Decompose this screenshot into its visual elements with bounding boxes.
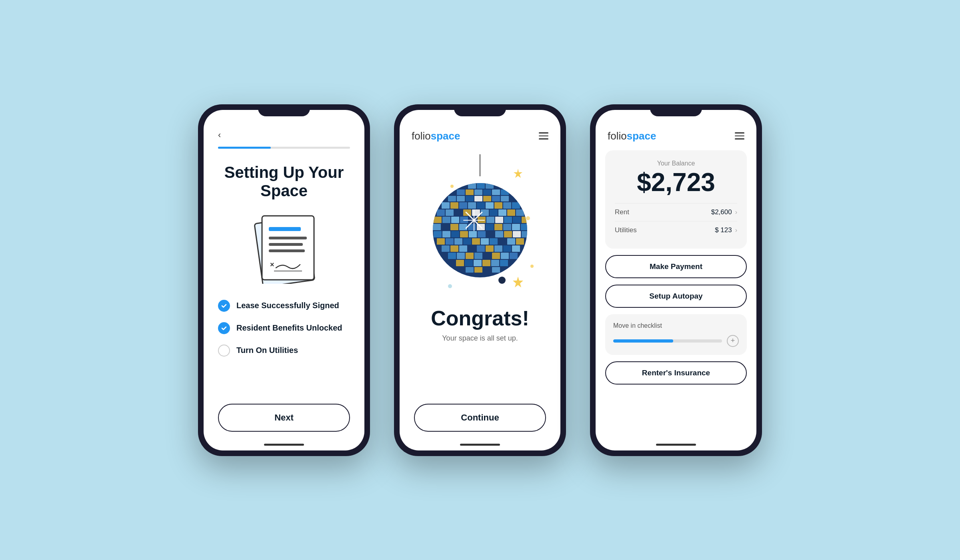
utilities-right: $ 123 ›	[715, 226, 737, 234]
svg-rect-96	[442, 245, 450, 252]
svg-rect-116	[482, 260, 490, 266]
checklist-card-label: Move in checklist	[613, 322, 739, 329]
svg-rect-115	[474, 260, 482, 266]
checklist-label-benefits: Resident Benefits Unlocked	[236, 323, 342, 333]
utilities-row[interactable]: Utilities $ 123 ›	[615, 221, 737, 239]
logo-prefix-3: folio	[608, 130, 627, 142]
back-arrow[interactable]: ‹	[218, 130, 350, 140]
svg-rect-85	[522, 231, 530, 237]
setup-autopay-button[interactable]: Setup Autopay	[605, 285, 747, 308]
svg-rect-41	[503, 202, 511, 209]
svg-rect-102	[494, 245, 502, 252]
svg-rect-42	[512, 202, 520, 209]
svg-rect-121	[483, 267, 491, 273]
svg-rect-28	[466, 196, 474, 201]
checklist-progress-card: Move in checklist +	[605, 314, 747, 355]
continue-button[interactable]: Continue	[414, 404, 546, 432]
svg-rect-60	[495, 217, 503, 223]
svg-rect-108	[474, 253, 482, 259]
svg-rect-49	[490, 209, 498, 216]
checklist-item-lease: Lease Successfully Signed	[218, 300, 350, 312]
svg-rect-98	[459, 245, 467, 252]
rent-value: $2,600	[711, 208, 732, 216]
svg-rect-35	[450, 202, 458, 209]
home-indicator-3	[656, 444, 696, 446]
svg-rect-21	[466, 189, 474, 195]
svg-rect-33	[510, 196, 518, 201]
checklist-progress-fill	[613, 339, 673, 343]
notch-2	[454, 104, 506, 116]
svg-point-12	[530, 265, 534, 268]
svg-rect-122	[492, 267, 500, 273]
menu-icon-3[interactable]	[735, 132, 744, 140]
phone-2: foliospace	[394, 104, 566, 456]
svg-rect-55	[451, 217, 459, 223]
phone3-content: Your Balance $2,723 Rent $2,600 › Utilit…	[596, 150, 756, 444]
check-filled-benefits	[218, 322, 230, 334]
congrats-heading: Congrats!	[431, 306, 529, 330]
svg-rect-77	[451, 231, 459, 237]
renters-insurance-button[interactable]: Renter's Insurance	[605, 361, 747, 385]
svg-rect-54	[442, 217, 450, 223]
page-title: Setting Up Your Space	[218, 163, 350, 200]
svg-rect-20	[457, 189, 465, 195]
svg-rect-90	[472, 238, 480, 245]
progress-bar-fill	[218, 147, 271, 149]
svg-rect-83	[504, 231, 512, 237]
svg-rect-19	[486, 183, 494, 189]
checklist-item-benefits: Resident Benefits Unlocked	[218, 322, 350, 334]
svg-rect-74	[521, 224, 529, 230]
rent-row[interactable]: Rent $2,600 ›	[615, 203, 737, 221]
phone2-content: Congrats! Your space is all set up. Cont…	[400, 150, 560, 444]
utilities-value: $ 123	[715, 226, 732, 234]
svg-rect-81	[486, 231, 494, 237]
svg-rect-113	[456, 260, 464, 266]
notch-1	[258, 104, 310, 116]
svg-rect-88	[454, 238, 462, 245]
svg-point-9	[450, 185, 454, 188]
logo-phone3: foliospace	[608, 130, 656, 142]
svg-rect-5	[269, 249, 305, 252]
svg-rect-70	[486, 224, 494, 230]
svg-rect-104	[512, 245, 520, 252]
next-button[interactable]: Next	[218, 404, 350, 432]
svg-rect-78	[460, 231, 468, 237]
svg-rect-119	[466, 267, 474, 273]
svg-rect-64	[433, 224, 441, 230]
svg-rect-65	[442, 224, 450, 230]
checklist-expand-button[interactable]: +	[727, 335, 739, 347]
phone-1: ‹ Setting Up Your Space	[198, 104, 370, 456]
svg-rect-89	[463, 238, 471, 245]
svg-rect-24	[492, 189, 500, 195]
svg-rect-52	[516, 209, 524, 216]
svg-rect-106	[457, 253, 465, 259]
balance-rows: Rent $2,600 › Utilities $ 123 ›	[615, 203, 737, 239]
svg-rect-22	[474, 189, 482, 195]
notch-3	[650, 104, 702, 116]
svg-rect-26	[448, 196, 456, 201]
svg-rect-97	[450, 245, 458, 252]
congrats-section: Congrats! Your space is all set up.	[431, 306, 529, 355]
svg-rect-118	[500, 260, 508, 266]
svg-rect-87	[446, 238, 454, 245]
svg-rect-107	[466, 253, 474, 259]
phones-container: ‹ Setting Up Your Space	[198, 104, 762, 456]
svg-rect-66	[450, 224, 458, 230]
make-payment-button[interactable]: Make Payment	[605, 255, 747, 278]
menu-line	[735, 132, 744, 134]
svg-rect-25	[501, 189, 509, 195]
svg-rect-103	[503, 245, 511, 252]
svg-rect-111	[501, 253, 509, 259]
menu-icon-2[interactable]	[539, 132, 548, 140]
svg-rect-76	[442, 231, 450, 237]
checklist-item-utilities: Turn On Utilities	[218, 345, 350, 357]
svg-rect-37	[468, 202, 476, 209]
logo-phone2: foliospace	[412, 130, 460, 142]
svg-rect-101	[486, 245, 494, 252]
svg-rect-50	[498, 209, 506, 216]
balance-card: Your Balance $2,723 Rent $2,600 › Utilit…	[605, 150, 747, 249]
svg-rect-43	[437, 209, 445, 216]
svg-rect-29	[474, 196, 482, 201]
balance-amount: $2,723	[615, 169, 737, 195]
logo-suffix-2: space	[431, 130, 460, 142]
